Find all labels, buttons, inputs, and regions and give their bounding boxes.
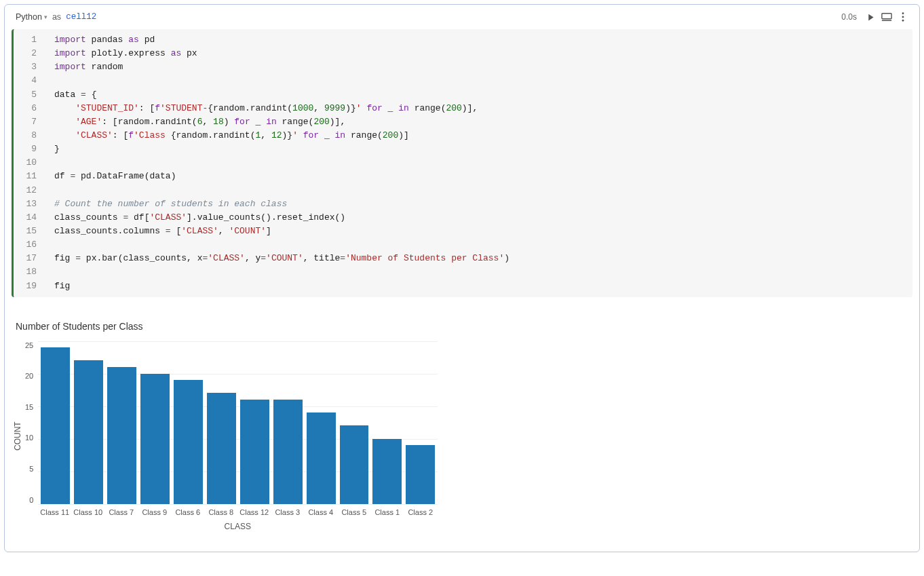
notebook-cell: Python ▾ as cell12 0.0s 1234567891011121… (4, 4, 920, 552)
y-axis-ticks: 2520151050 (24, 341, 37, 504)
as-label: as (52, 12, 61, 22)
bar[interactable] (207, 393, 236, 503)
language-label: Python (16, 12, 42, 22)
output-toggle-button[interactable] (879, 9, 895, 25)
play-icon (866, 13, 875, 22)
cell-name[interactable]: cell12 (66, 12, 96, 22)
cell-header: Python ▾ as cell12 0.0s (5, 5, 919, 29)
svg-rect-0 (882, 14, 891, 19)
bar[interactable] (74, 360, 103, 503)
run-button[interactable] (862, 9, 879, 25)
plot-area (37, 341, 438, 504)
x-axis-ticks: Class 11Class 10Class 7Class 9Class 6Cla… (37, 504, 438, 516)
y-axis-label: COUNT (12, 341, 24, 531)
svg-point-4 (902, 20, 904, 22)
language-selector[interactable]: Python ▾ (16, 12, 47, 22)
chart-title: Number of Students per Class (16, 321, 912, 332)
svg-point-3 (902, 16, 904, 18)
bar[interactable] (406, 445, 435, 503)
bar[interactable] (372, 439, 402, 504)
chevron-down-icon: ▾ (44, 14, 47, 20)
code-editor[interactable]: 12345678910111213141516171819 import pan… (12, 29, 912, 297)
more-menu-button[interactable] (895, 9, 911, 25)
bar[interactable] (174, 380, 203, 503)
kebab-icon (902, 12, 904, 22)
bar[interactable] (340, 425, 369, 503)
x-axis-label: CLASS (37, 522, 438, 531)
bar-chart: COUNT 2520151050 Class 11Class 10Class 7… (12, 341, 912, 531)
cell-output: Number of Students per Class COUNT 25201… (5, 304, 919, 552)
bar[interactable] (107, 367, 136, 504)
bar[interactable] (41, 347, 70, 503)
bar[interactable] (307, 412, 336, 503)
svg-point-2 (902, 12, 904, 14)
line-number-gutter: 12345678910111213141516171819 (14, 29, 41, 297)
bar[interactable] (240, 400, 269, 504)
code-content[interactable]: import pandas as pd import plotly.expres… (41, 29, 912, 297)
execution-time: 0.0s (841, 12, 857, 22)
bars-container (38, 341, 438, 504)
bar[interactable] (273, 400, 303, 504)
output-icon (881, 12, 892, 22)
bar[interactable] (140, 374, 170, 504)
